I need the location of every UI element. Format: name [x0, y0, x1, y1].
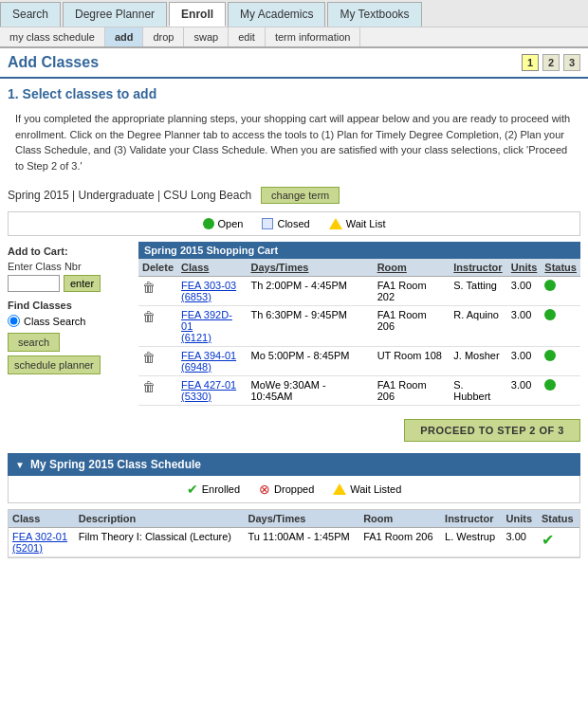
legend-enrolled: ✔ Enrolled [187, 482, 240, 497]
cart-row: 🗑 FEA 427-01(5330) MoWe 9:30AM - 10:45AM… [138, 376, 580, 406]
wait-listed-icon [333, 483, 346, 495]
delete-icon[interactable]: 🗑 [142, 379, 156, 394]
class-link[interactable]: FEA 392D-01(6121) [181, 309, 232, 343]
delete-icon[interactable]: 🗑 [142, 350, 156, 365]
class-cell: FEA 394-01(6948) [177, 347, 247, 376]
delete-icon[interactable]: 🗑 [142, 280, 156, 295]
sched-class-link[interactable]: FEA 302-01(5201) [12, 531, 67, 554]
dropped-icon: ⊗ [259, 482, 270, 497]
tab-degree-planner[interactable]: Degree Planner [63, 2, 167, 27]
enrolled-check-icon: ✔ [542, 532, 554, 548]
class-cell: FEA 303-03(6853) [177, 277, 247, 306]
cart-area: Spring 2015 Shopping Cart Delete Class D… [138, 242, 580, 406]
class-search-radio[interactable] [8, 315, 20, 327]
tab-search[interactable]: Search [0, 2, 61, 27]
step-1: 1 [522, 54, 539, 71]
sched-room-cell: FA1 Room 206 [359, 528, 441, 557]
room-cell: FA1 Room 206 [374, 306, 450, 347]
sched-class-cell: FEA 302-01(5201) [9, 528, 75, 557]
class-search-label: Class Search [24, 316, 85, 327]
instructor-cell: S. Hubbert [450, 376, 507, 406]
delete-icon[interactable]: 🗑 [142, 309, 156, 324]
subtab-term-information[interactable]: term information [266, 27, 360, 46]
proceed-button[interactable]: PROCEED TO STEP 2 OF 3 [404, 419, 580, 442]
add-to-cart-label: Add to Cart: [8, 242, 131, 257]
subtab-add[interactable]: add [105, 27, 144, 46]
enrolled-icon: ✔ [187, 482, 198, 497]
col-status: Status [541, 259, 580, 277]
sched-col-days-times: Days/Times [244, 510, 359, 528]
select-classes-heading: 1. Select classes to add [0, 79, 588, 105]
step-2: 2 [542, 54, 560, 71]
left-panel: Add to Cart: Enter Class Nbr enter Find … [8, 242, 131, 406]
instructor-cell: J. Mosher [450, 347, 507, 376]
col-class: Class [177, 259, 247, 277]
schedule-section-title: My Spring 2015 Class Schedule [30, 458, 201, 471]
intro-text: If you completed the appropriate plannin… [0, 105, 588, 183]
subtab-drop[interactable]: drop [143, 27, 184, 46]
schedule-planner-button[interactable]: schedule planner [8, 355, 101, 374]
col-delete: Delete [138, 259, 177, 277]
schedule-section-header: ▼ My Spring 2015 Class Schedule [8, 453, 580, 476]
room-cell: UT Room 108 [374, 347, 450, 376]
cart-row: 🗑 FEA 392D-01(6121) Th 6:30PM - 9:45PM F… [138, 306, 580, 347]
subtab-swap[interactable]: swap [184, 27, 229, 46]
class-cell: FEA 392D-01(6121) [177, 306, 247, 347]
subtab-my-class-schedule[interactable]: my class schedule [0, 27, 105, 46]
col-days-times: Days/Times [247, 259, 373, 277]
sched-instructor-cell: L. Westrup [441, 528, 502, 557]
delete-cell: 🗑 [138, 277, 177, 306]
delete-cell: 🗑 [138, 376, 177, 406]
legend-closed: Closed [262, 218, 309, 229]
change-term-button[interactable]: change term [261, 187, 340, 204]
term-label: Spring 2015 | Undergraduate | CSU Long B… [8, 189, 251, 202]
enter-button[interactable]: enter [64, 275, 101, 292]
tab-my-academics[interactable]: My Academics [228, 2, 325, 27]
class-link[interactable]: FEA 303-03(6853) [181, 280, 236, 302]
sched-units-cell: 3.00 [503, 528, 538, 557]
status-open-icon [544, 379, 556, 391]
units-cell: 3.00 [507, 347, 542, 376]
days-times-cell: Th 6:30PM - 9:45PM [247, 306, 373, 347]
top-nav: Search Degree Planner Enroll My Academic… [0, 0, 588, 27]
class-cell: FEA 427-01(5330) [177, 376, 247, 406]
class-nbr-input[interactable] [8, 275, 60, 292]
cart-title: Spring 2015 Shopping Cart [138, 242, 580, 259]
enrolled-label: Enrolled [202, 483, 240, 495]
cart-table: Delete Class Days/Times Room Instructor … [138, 259, 580, 406]
collapse-icon[interactable]: ▼ [15, 460, 25, 470]
class-nbr-row: enter [8, 275, 131, 292]
delete-cell: 🗑 [138, 347, 177, 376]
days-times-cell: Mo 5:00PM - 8:45PM [247, 347, 373, 376]
days-times-cell: Th 2:00PM - 4:45PM [247, 277, 373, 306]
sched-col-units: Units [503, 510, 538, 528]
schedule-table: Class Description Days/Times Room Instru… [9, 510, 579, 557]
col-instructor: Instructor [450, 259, 507, 277]
page-title: Add Classes [8, 54, 522, 71]
units-cell: 3.00 [507, 277, 542, 306]
schedule-table-wrap: Class Description Days/Times Room Instru… [8, 509, 580, 558]
sub-nav: my class schedule add drop swap edit ter… [0, 27, 588, 48]
cart-row: 🗑 FEA 394-01(6948) Mo 5:00PM - 8:45PM UT… [138, 347, 580, 376]
status-cell [541, 347, 580, 376]
schedule-row: FEA 302-01(5201) Film Theory I: Classica… [9, 528, 579, 557]
sched-col-status: Status [538, 510, 579, 528]
tab-enroll[interactable]: Enroll [169, 2, 226, 27]
class-link[interactable]: FEA 427-01(5330) [181, 379, 236, 402]
sched-col-room: Room [359, 510, 441, 528]
class-link[interactable]: FEA 394-01(6948) [181, 350, 236, 373]
instructor-cell: R. Aquino [450, 306, 507, 347]
sched-days-cell: Tu 11:00AM - 1:45PM [244, 528, 359, 557]
search-button[interactable]: search [8, 333, 60, 352]
waitlist-icon [329, 218, 342, 229]
room-cell: FA1 Room 202 [374, 277, 450, 306]
subtab-edit[interactable]: edit [229, 27, 266, 46]
sched-status-cell: ✔ [538, 528, 579, 557]
col-units: Units [507, 259, 542, 277]
waitlist-label: Wait List [346, 218, 386, 229]
legend-wait-listed: Wait Listed [333, 483, 401, 495]
sched-desc-cell: Film Theory I: Classical (Lecture) [75, 528, 245, 557]
delete-cell: 🗑 [138, 306, 177, 347]
tab-my-textbooks[interactable]: My Textbooks [327, 2, 421, 27]
schedule-legend: ✔ Enrolled ⊗ Dropped Wait Listed [8, 476, 580, 503]
